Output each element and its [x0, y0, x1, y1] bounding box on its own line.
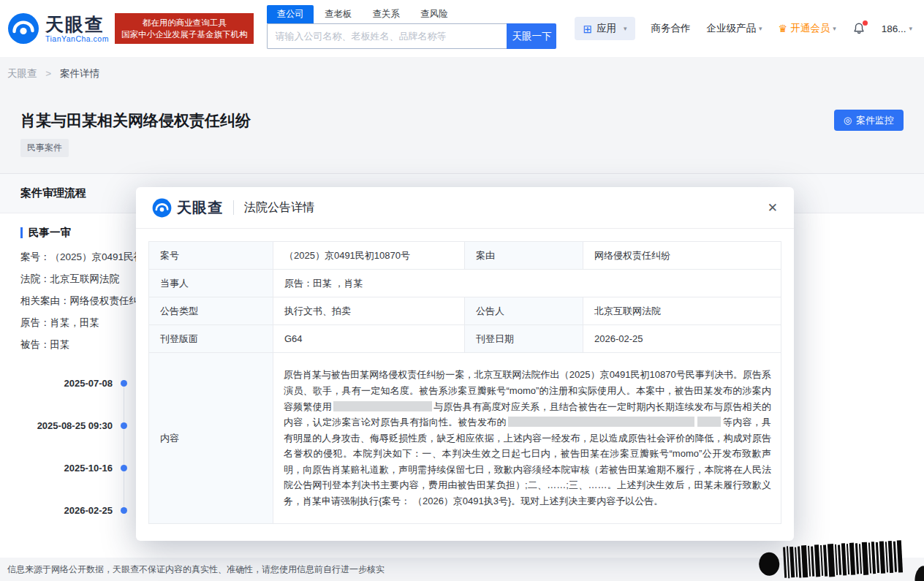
field-label: 法院：: [20, 273, 50, 284]
announcer-value: 北京互联网法院: [583, 297, 781, 325]
announcement-type-value: 执行文书、拍卖: [273, 297, 465, 325]
stage-label: 民事一审: [29, 226, 71, 240]
apps-grid-icon: ⊞: [583, 23, 592, 34]
publish-date-value: 2026-02-25: [583, 325, 781, 353]
field-label: 被告：: [20, 339, 50, 350]
stage-accent-bar: [20, 227, 23, 238]
search-input[interactable]: [267, 23, 507, 49]
notification-bell-button[interactable]: [852, 22, 866, 35]
cause-value: 网络侵权责任纠纷: [583, 242, 781, 270]
table-row: 案号 （2025）京0491民初10870号 案由 网络侵权责任纠纷: [149, 242, 781, 270]
cause-label: 案由: [465, 242, 583, 270]
promo-badge: 都在用的商业查询工具 国家中小企业发展子基金旗下机构: [115, 13, 254, 44]
timeline-date: 2025-07-08: [64, 378, 113, 389]
timeline-date: 2025-10-16: [64, 463, 113, 474]
nav-phone-label: 186...: [882, 23, 906, 34]
content-text: 等内容，具有明显的人身攻击、侮辱贬损性质，缺乏相应依据，上述内容一经发布，足以造…: [284, 417, 771, 506]
party-label: 当事人: [149, 270, 273, 297]
chevron-down-icon: ▾: [759, 25, 762, 32]
announcer-label: 公告人: [465, 297, 583, 325]
tianyancha-logo[interactable]: 天眼查 TianYanCha.com: [7, 12, 109, 45]
timeline-dot: [121, 465, 127, 471]
page-title: 肖某与田某相关网络侵权责任纠纷: [20, 110, 251, 131]
nav-enterprise-products[interactable]: 企业级产品 ▾: [707, 22, 762, 35]
case-flow-section-title: 案件审理流程: [20, 186, 86, 200]
nav-open-vip[interactable]: ♛ 开通会员 ▾: [779, 22, 836, 35]
case-monitor-label: 案件监控: [856, 114, 894, 127]
nav-apps-label: 应用: [597, 22, 616, 35]
table-row: 内容 原告肖某与被告田某网络侵权责任纠纷一案，北京互联网法院作出（2025）京0…: [149, 353, 781, 524]
content-value: 原告肖某与被告田某网络侵权责任纠纷一案，北京互联网法院作出（2025）京0491…: [273, 353, 781, 524]
tab-search-relation[interactable]: 查关系: [363, 5, 409, 23]
timeline-dot: [121, 422, 127, 429]
field-value: 田某: [50, 339, 70, 350]
table-row: 公告类型 执行文书、拍卖 公告人 北京互联网法院: [149, 297, 781, 325]
promo-line-2: 国家中小企业发展子基金旗下机构: [121, 29, 248, 40]
field-value: 北京互联网法院: [50, 273, 120, 284]
top-nav: ⊞ 应用 ▾ 商务合作 企业级产品 ▾ ♛ 开通会员 ▾ 186... ▾: [575, 17, 912, 40]
timeline-item: 2025-10-16: [20, 447, 127, 489]
modal-body: 案号 （2025）京0491民初10870号 案由 网络侵权责任纠纷 当事人 原…: [136, 229, 794, 536]
monitor-target-icon: ◎: [844, 115, 852, 126]
modal-header: 天眼查 法院公告详情 ✕: [136, 187, 794, 229]
notification-dot: [863, 20, 868, 26]
timeline-item: 2026-02-25: [20, 489, 127, 531]
court-announcement-modal: 天眼查 法院公告详情 ✕ 案号 （2025）京0491民初10870号 案由 网…: [136, 187, 794, 541]
field-value: 肖某，田某: [50, 317, 100, 328]
case-monitor-button[interactable]: ◎ 案件监控: [834, 110, 904, 131]
timeline-date: 2026-02-25: [64, 505, 113, 516]
timeline-date: 2025-08-25 09:30: [37, 420, 113, 431]
breadcrumb-home[interactable]: 天眼查: [7, 68, 37, 79]
content-label: 内容: [149, 353, 273, 524]
page-label: 刊登版面: [149, 325, 273, 353]
field-label: 相关案由：: [20, 295, 70, 306]
announcement-type-label: 公告类型: [149, 297, 273, 325]
breadcrumb-current: 案件详情: [60, 68, 99, 79]
chevron-down-icon: ▾: [833, 25, 836, 32]
footer-disclaimer: 信息来源于网络公开数据，天眼查不保证内容的真实性、准确性，请您使用信息前自行进一…: [7, 563, 385, 576]
table-row: 刊登版面 G64 刊登日期 2026-02-25: [149, 325, 781, 353]
case-no-value: （2025）京0491民初10870号: [273, 242, 465, 270]
barcode-watermark: [757, 537, 912, 581]
tab-search-risk[interactable]: 查风险: [411, 5, 458, 23]
breadcrumb: 天眼查 > 案件详情: [7, 67, 99, 80]
case-type-badge: 民事案件: [20, 139, 69, 157]
timeline-item: 2025-07-08: [20, 362, 127, 404]
breadcrumb-separator: >: [45, 68, 51, 79]
announcement-table: 案号 （2025）京0491民初10870号 案由 网络侵权责任纠纷 当事人 原…: [148, 241, 781, 524]
timeline-dot: [121, 507, 127, 514]
nav-account-phone[interactable]: 186... ▾: [882, 23, 912, 34]
redacted-text: [333, 401, 432, 411]
nav-apps-button[interactable]: ⊞ 应用 ▾: [575, 17, 635, 40]
chevron-down-icon: ▾: [909, 25, 912, 32]
tab-search-boss[interactable]: 查老板: [315, 5, 362, 23]
case-timeline: 2025-07-08 2025-08-25 09:30 2025-10-16 2…: [20, 362, 127, 531]
timeline-dot: [121, 380, 127, 387]
search-block: 查公司 查老板 查关系 查风险 天眼一下: [267, 5, 556, 49]
field-label: 原告：: [20, 317, 50, 328]
nav-enterprise-label: 企业级产品: [707, 22, 757, 35]
case-no-label: 案号: [149, 242, 273, 270]
search-tabs: 查公司 查老板 查关系 查风险: [267, 5, 556, 23]
tianyancha-logo-icon: [152, 198, 172, 218]
modal-logo-title: 天眼查: [177, 198, 223, 218]
nav-vip-label: 开通会员: [790, 22, 830, 35]
chevron-down-icon: ▾: [624, 25, 627, 32]
modal-title-divider: [233, 200, 234, 215]
logo-text-block: 天眼查 TianYanCha.com: [45, 15, 109, 43]
table-row: 当事人 原告：田某 ，肖某: [149, 270, 781, 297]
crown-icon: ♛: [779, 23, 788, 34]
tianyancha-logo-icon: [7, 12, 39, 45]
promo-line-1: 都在用的商业查询工具: [121, 17, 248, 29]
tab-search-company[interactable]: 查公司: [267, 5, 314, 23]
field-label: 案号：: [20, 251, 50, 262]
redacted-text: [508, 417, 694, 427]
search-button[interactable]: 天眼一下: [507, 23, 556, 49]
nav-business-cooperation[interactable]: 商务合作: [651, 22, 691, 35]
logo-title: 天眼查: [45, 15, 109, 34]
close-icon[interactable]: ✕: [768, 200, 778, 216]
redacted-text: [697, 417, 721, 427]
party-value: 原告：田某 ，肖某: [273, 270, 781, 297]
nav-business-label: 商务合作: [651, 22, 691, 35]
page-value: G64: [273, 325, 465, 353]
